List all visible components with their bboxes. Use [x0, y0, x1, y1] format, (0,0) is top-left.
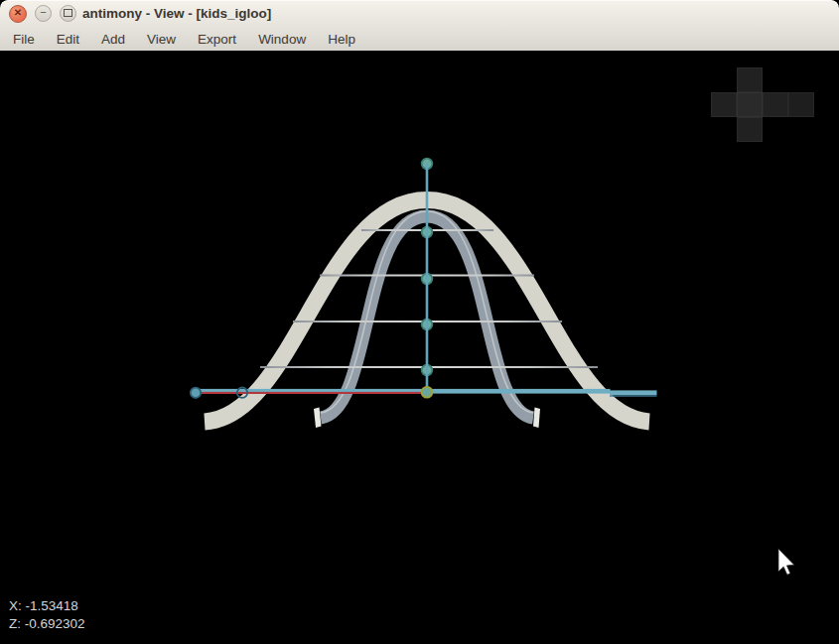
- menu-export[interactable]: Export: [187, 29, 247, 50]
- view-cube-face-left[interactable]: [711, 92, 737, 117]
- menubar: File Edit Add View Export Window Help: [0, 27, 839, 51]
- selected-control-point[interactable]: [422, 387, 433, 398]
- view-cube-face-back[interactable]: [788, 92, 814, 117]
- close-button[interactable]: ✕: [9, 5, 27, 23]
- maximize-button[interactable]: [60, 5, 76, 22]
- coordinate-z: Z: -0.692302: [9, 615, 85, 633]
- maximize-icon: [64, 9, 72, 17]
- red-axis-line[interactable]: [196, 392, 426, 394]
- view-cube-face-right[interactable]: [763, 92, 788, 117]
- inner-arch-foot-tab-right: [533, 408, 540, 429]
- window-header: ✕ − antimony - View - [kids_igloo] File …: [0, 0, 839, 51]
- view-cube-face-bottom[interactable]: [737, 117, 763, 142]
- menu-edit[interactable]: Edit: [46, 29, 90, 50]
- base-axis-line-right[interactable]: [610, 390, 657, 395]
- view-cube-face-top[interactable]: [737, 67, 763, 92]
- coordinate-x: X: -1.53418: [9, 597, 85, 615]
- minimize-icon: −: [40, 7, 46, 18]
- control-point-base-left[interactable]: [191, 388, 201, 398]
- menu-help[interactable]: Help: [317, 29, 366, 50]
- viewport-canvas[interactable]: X: -1.53418 Z: -0.692302: [0, 51, 839, 644]
- base-axis-underline: [610, 395, 657, 396]
- antimony-window: ✕ − antimony - View - [kids_igloo] File …: [0, 0, 839, 644]
- view-cube-face-front[interactable]: [737, 92, 763, 117]
- inner-arch-foot-tab-left: [314, 408, 322, 429]
- mouse-cursor-icon: [778, 549, 794, 575]
- view-cube-widget[interactable]: [711, 67, 814, 142]
- cursor-coordinates: X: -1.53418 Z: -0.692302: [9, 597, 85, 632]
- vertical-axis-line[interactable]: [426, 164, 429, 392]
- menu-window[interactable]: Window: [247, 29, 317, 50]
- menu-add[interactable]: Add: [90, 29, 136, 50]
- menu-file[interactable]: File: [2, 29, 46, 50]
- minimize-button[interactable]: −: [35, 5, 52, 22]
- menu-view[interactable]: View: [136, 29, 187, 50]
- close-icon: ✕: [14, 8, 22, 18]
- titlebar[interactable]: ✕ − antimony - View - [kids_igloo]: [0, 0, 839, 27]
- window-title: antimony - View - [kids_igloo]: [82, 6, 271, 21]
